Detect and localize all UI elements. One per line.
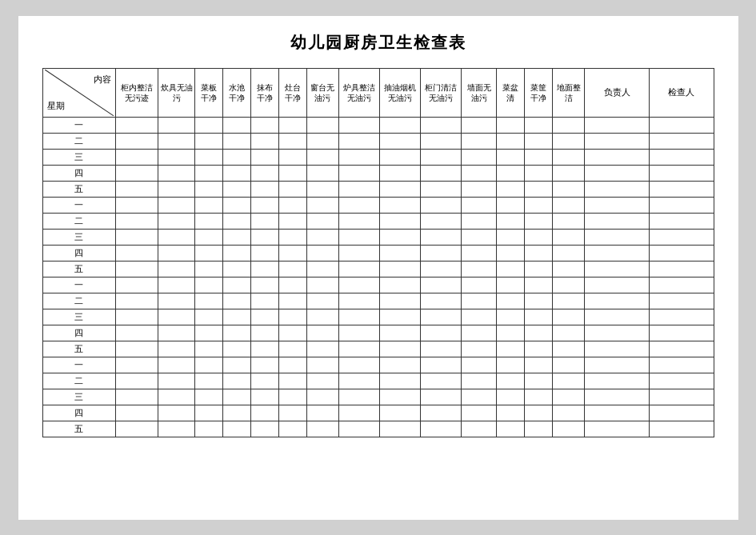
data-cell	[585, 165, 650, 181]
data-cell	[338, 149, 379, 165]
data-cell	[115, 133, 158, 149]
data-cell	[553, 261, 585, 277]
day-cell: 二	[42, 293, 115, 309]
data-cell	[250, 197, 278, 213]
data-cell	[649, 213, 714, 229]
data-cell	[379, 181, 420, 197]
data-cell	[649, 133, 714, 149]
corner-cell: 内容 星期	[42, 68, 115, 117]
data-cell	[585, 245, 650, 261]
data-cell	[250, 421, 278, 437]
data-cell	[461, 325, 496, 341]
data-cell	[461, 117, 496, 133]
data-cell	[250, 277, 278, 293]
data-cell	[158, 149, 195, 165]
data-cell	[158, 293, 195, 309]
data-cell	[278, 149, 306, 165]
day-cell: 四	[42, 325, 115, 341]
data-cell	[223, 197, 251, 213]
data-cell	[250, 325, 278, 341]
data-cell	[195, 165, 223, 181]
data-cell	[497, 309, 525, 325]
table-row: 四	[42, 325, 714, 341]
data-cell	[278, 165, 306, 181]
data-cell	[461, 357, 496, 373]
data-cell	[420, 405, 461, 421]
data-cell	[379, 197, 420, 213]
day-cell: 二	[42, 213, 115, 229]
data-cell	[420, 229, 461, 245]
data-cell	[553, 341, 585, 357]
data-cell	[649, 389, 714, 405]
data-cell	[306, 149, 338, 165]
data-cell	[158, 133, 195, 149]
data-cell	[649, 197, 714, 213]
data-cell	[497, 181, 525, 197]
data-cell	[338, 213, 379, 229]
data-cell	[649, 245, 714, 261]
data-cell	[115, 389, 158, 405]
data-cell	[223, 309, 251, 325]
data-cell	[379, 277, 420, 293]
data-cell	[525, 149, 553, 165]
data-cell	[585, 421, 650, 437]
data-cell	[585, 197, 650, 213]
data-cell	[497, 325, 525, 341]
data-cell	[338, 229, 379, 245]
data-cell	[420, 293, 461, 309]
data-cell	[306, 405, 338, 421]
day-cell: 四	[42, 245, 115, 261]
data-cell	[278, 293, 306, 309]
data-cell	[306, 309, 338, 325]
data-cell	[223, 213, 251, 229]
data-cell	[497, 229, 525, 245]
data-cell	[195, 293, 223, 309]
data-cell	[223, 357, 251, 373]
data-cell	[306, 325, 338, 341]
data-cell	[649, 373, 714, 389]
table-row: 一	[42, 277, 714, 293]
data-cell	[461, 405, 496, 421]
data-cell	[553, 421, 585, 437]
data-cell	[306, 421, 338, 437]
data-cell	[158, 229, 195, 245]
data-cell	[525, 421, 553, 437]
day-cell: 一	[42, 357, 115, 373]
data-cell	[525, 181, 553, 197]
table-header: 内容 星期 柜内整洁无污迹 炊具无油污 菜板干净 水池干净 抹布干净 灶台干净 …	[42, 68, 714, 117]
data-cell	[525, 357, 553, 373]
data-cell	[379, 357, 420, 373]
data-cell	[250, 405, 278, 421]
data-cell	[158, 389, 195, 405]
data-cell	[525, 245, 553, 261]
data-cell	[306, 197, 338, 213]
data-cell	[338, 245, 379, 261]
data-cell	[585, 229, 650, 245]
data-cell	[585, 309, 650, 325]
data-cell	[250, 373, 278, 389]
data-cell	[461, 229, 496, 245]
data-cell	[585, 357, 650, 373]
data-cell	[278, 181, 306, 197]
data-cell	[461, 389, 496, 405]
data-cell	[158, 373, 195, 389]
data-cell	[306, 181, 338, 197]
data-cell	[649, 181, 714, 197]
data-cell	[649, 293, 714, 309]
data-cell	[379, 421, 420, 437]
data-cell	[223, 181, 251, 197]
data-cell	[250, 181, 278, 197]
data-cell	[158, 405, 195, 421]
data-cell	[553, 133, 585, 149]
data-cell	[553, 229, 585, 245]
data-cell	[115, 165, 158, 181]
data-cell	[158, 357, 195, 373]
data-cell	[338, 341, 379, 357]
table-row: 三	[42, 309, 714, 325]
data-cell	[278, 245, 306, 261]
data-cell	[649, 117, 714, 133]
data-cell	[195, 405, 223, 421]
data-cell	[497, 389, 525, 405]
data-cell	[278, 389, 306, 405]
table-row: 二	[42, 213, 714, 229]
